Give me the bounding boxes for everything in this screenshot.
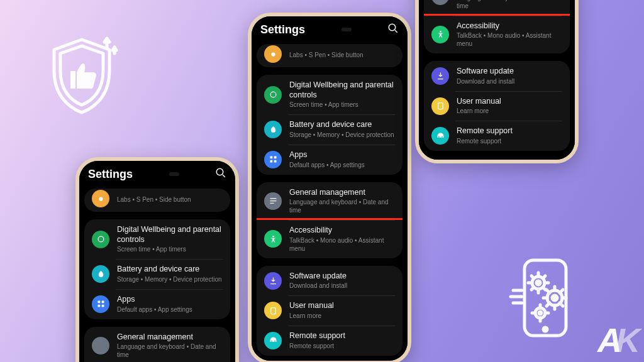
settings-group: General managementLanguage and keyboard … (257, 182, 402, 258)
svg-rect-20 (274, 156, 276, 159)
row-remote-support[interactable]: Remote supportRemote support (257, 326, 402, 356)
manual-icon (431, 97, 449, 115)
row-apps[interactable]: AppsDefault apps • App settings (257, 145, 402, 175)
svg-rect-22 (274, 160, 276, 163)
settings-group: General managementLanguage and keyboard … (424, 0, 570, 53)
row-sub: Screen time • App timers (289, 101, 395, 109)
row-software-update[interactable]: Software updateDownload and install (257, 266, 402, 296)
row-sub: Labs • S Pen • Side button (117, 195, 191, 204)
general-icon (264, 192, 282, 210)
update-icon (264, 272, 282, 290)
row-sub: Remote support (457, 137, 513, 145)
row-user-manual[interactable]: User manualLearn more (424, 91, 570, 121)
general-icon (431, 0, 449, 5)
advanced-icon (92, 190, 109, 207)
svg-point-8 (216, 168, 223, 175)
svg-point-17 (271, 52, 275, 56)
row-label: Accessibility (457, 21, 562, 31)
svg-point-3 (536, 281, 540, 285)
search-icon[interactable] (387, 23, 399, 36)
svg-rect-14 (101, 305, 104, 307)
svg-rect-24 (270, 307, 275, 314)
row-user-manual[interactable]: User manualLearn more (257, 295, 402, 326)
row-sub: TalkBack • Mono audio • Assistant menu (457, 31, 562, 48)
row-label: Remote support (289, 331, 345, 341)
svg-point-23 (272, 236, 274, 238)
svg-rect-13 (97, 305, 100, 307)
row-apps[interactable]: AppsDefault apps • App settings (84, 289, 230, 319)
row-label: Accessibility (289, 226, 395, 236)
svg-point-29 (440, 31, 441, 33)
row-label: Battery and device care (117, 265, 222, 275)
settings-header: Settings (79, 161, 235, 185)
row-accessibility[interactable]: AccessibilityTalkBack • Mono audio • Ass… (257, 218, 402, 258)
settings-group: Digital Wellbeing and parental controlsS… (84, 219, 230, 319)
row-label: Remote support (457, 126, 513, 136)
row-label: Software update (457, 67, 514, 77)
row-label: General management (117, 332, 223, 343)
row-remote-support[interactable]: Remote supportRemote support (424, 121, 570, 151)
settings-group: Digital Wellbeing and parental controlsS… (257, 75, 402, 175)
wellbeing-icon (264, 86, 282, 104)
row-sub: Download and install (457, 77, 514, 85)
svg-point-18 (270, 92, 276, 97)
row-general-management[interactable]: General managementLanguage and keyboard … (257, 182, 402, 221)
phone-mockup-2: Settings Labs • S Pen • Side button Digi… (248, 13, 411, 362)
svg-rect-12 (101, 301, 104, 304)
search-icon[interactable] (215, 167, 226, 181)
row-accessibility[interactable]: AccessibilityTalkBack • Mono audio • Ass… (424, 14, 570, 54)
wellbeing-icon (92, 231, 109, 248)
ak-logo: AK (597, 321, 638, 359)
row-sub: Language and keyboard • Date and time (117, 343, 223, 359)
svg-point-1 (543, 327, 547, 331)
row-label: Apps (117, 295, 192, 305)
row-sub: Language and keyboard • Date and time (289, 198, 395, 214)
camera-cutout (341, 28, 352, 31)
row-digital-wellbeing[interactable]: Digital Wellbeing and parental controlsS… (84, 219, 230, 259)
page-title: Settings (88, 168, 133, 181)
accessibility-icon (431, 26, 449, 43)
battery-icon (92, 265, 109, 283)
settings-group: Software updateDownload and install User… (424, 61, 570, 151)
advanced-icon (264, 45, 282, 63)
row-general-management[interactable]: General managementLanguage and keyboard … (84, 327, 230, 363)
row-sub: Learn more (457, 107, 501, 115)
svg-point-9 (99, 197, 103, 200)
row-software-update[interactable]: Software updateDownload and install (424, 61, 570, 91)
row-sub: Labs • S Pen • Side button (289, 51, 364, 59)
phone-gears-icon (506, 255, 581, 343)
row-sub: Screen time • App timers (117, 245, 223, 253)
manual-icon (264, 302, 282, 319)
row-sub: TalkBack • Mono audio • Assistant menu (289, 236, 395, 253)
row-advanced-features[interactable]: Labs • S Pen • Side button (84, 189, 230, 212)
shield-thumbs-icon (44, 35, 119, 116)
row-label: Digital Wellbeing and parental controls (289, 80, 395, 100)
svg-point-5 (552, 295, 557, 300)
phone-mockup-3: AppsDefault apps • App settings General … (415, 0, 579, 163)
row-label: User manual (289, 301, 334, 311)
svg-rect-11 (97, 301, 100, 304)
row-sub: Download and install (289, 282, 347, 290)
remote-icon (264, 332, 282, 349)
svg-point-10 (98, 236, 104, 242)
camera-cutout (169, 172, 179, 176)
remote-icon (431, 127, 449, 145)
row-label: Apps (289, 150, 365, 160)
apps-icon (92, 295, 109, 313)
row-sub: Remote support (289, 342, 345, 350)
row-digital-wellbeing[interactable]: Digital Wellbeing and parental controlsS… (257, 75, 402, 114)
settings-group: Software updateDownload and install User… (257, 266, 402, 356)
phone-mockup-1: Settings Labs • S Pen • Side button Digi… (75, 157, 239, 362)
row-battery-care[interactable]: Battery and device careStorage • Memory … (257, 114, 402, 145)
row-advanced-features[interactable]: Labs • S Pen • Side button (257, 44, 402, 67)
page-title: Settings (260, 23, 305, 36)
settings-group: Labs • S Pen • Side button (257, 44, 402, 67)
svg-point-7 (539, 312, 541, 314)
settings-header: Settings (252, 16, 408, 40)
row-sub: Storage • Memory • Device protection (117, 275, 222, 283)
svg-rect-19 (270, 156, 272, 159)
row-battery-care[interactable]: Battery and device careStorage • Memory … (84, 259, 230, 289)
row-label: Software update (289, 272, 347, 282)
svg-rect-30 (438, 103, 443, 109)
settings-group: Labs • S Pen • Side button (84, 189, 230, 212)
